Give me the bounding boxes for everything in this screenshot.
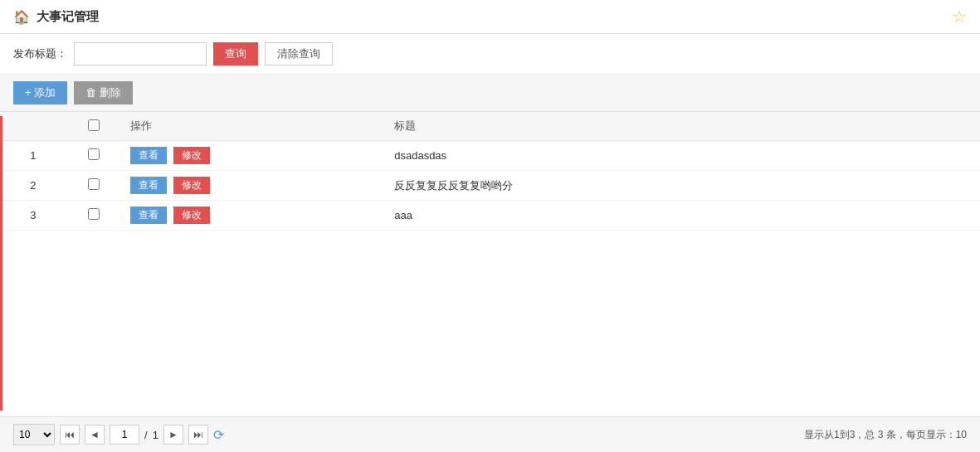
search-bar: 发布标题： 查询 清除查询 [0,34,980,75]
row-action-cell: 查看 修改 [122,201,386,231]
select-all-checkbox[interactable] [88,119,100,131]
row-checkbox-cell [66,171,123,201]
star-icon[interactable]: ☆ [952,7,967,27]
view-button[interactable]: 查看 [130,207,167,224]
page-title: 大事记管理 [37,9,99,25]
row-num: 3 [0,201,66,231]
row-checkbox[interactable] [88,208,100,220]
search-input[interactable] [74,42,207,66]
row-title: 反反复复反反复复哟哟分 [386,171,980,201]
view-button[interactable]: 查看 [130,177,167,194]
col-num-header [0,112,66,141]
table-wrap: 操作 标题 1 查看 修改 dsadasdas 2 查看 修改 反反复 [0,112,980,231]
header-left: 🏠 大事记管理 [13,9,99,25]
col-title-header: 标题 [386,112,980,141]
row-checkbox[interactable] [88,148,100,160]
left-accent-bar [0,116,2,231]
add-button[interactable]: + 添加 [13,81,67,104]
row-num: 1 [0,141,66,171]
home-icon: 🏠 [13,9,30,25]
edit-button[interactable]: 修改 [173,177,210,194]
table-row: 2 查看 修改 反反复复反反复复哟哟分 [0,171,980,201]
edit-button[interactable]: 修改 [173,147,210,164]
row-num: 2 [0,171,66,201]
edit-button[interactable]: 修改 [173,207,210,224]
page-header: 🏠 大事记管理 ☆ [0,0,980,34]
row-action-cell: 查看 修改 [122,171,386,201]
row-title: aaa [386,201,980,231]
col-checkbox-header [66,112,123,141]
query-button[interactable]: 查询 [213,42,258,66]
row-checkbox-cell [66,141,123,171]
row-title: dsadasdas [386,141,980,171]
delete-button[interactable]: 🗑 删除 [74,81,133,104]
row-action-cell: 查看 修改 [122,141,386,171]
table-row: 1 查看 修改 dsadasdas [0,141,980,171]
main-table: 操作 标题 1 查看 修改 dsadasdas 2 查看 修改 反反复 [0,112,980,231]
toolbar: + 添加 🗑 删除 [0,75,980,112]
search-label: 发布标题： [13,46,67,61]
row-checkbox[interactable] [88,178,100,190]
table-header-row: 操作 标题 [0,112,980,141]
view-button[interactable]: 查看 [130,147,167,164]
row-checkbox-cell [66,201,123,231]
clear-query-button[interactable]: 清除查询 [265,42,333,66]
table-row: 3 查看 修改 aaa [0,201,980,231]
col-action-header: 操作 [122,112,386,141]
